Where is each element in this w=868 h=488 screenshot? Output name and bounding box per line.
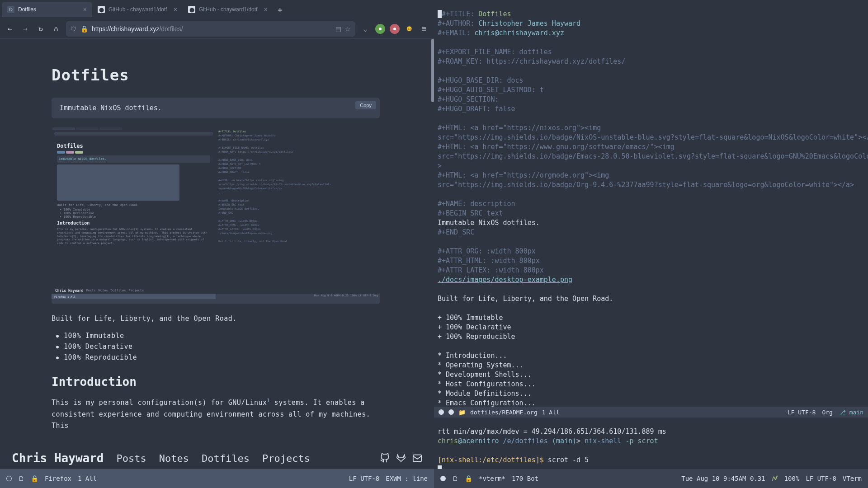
screenshot-image: Dotfiles Immutable NixOS dotfiles. Built… — [52, 127, 380, 304]
browser-pane: D Dotfiles × ⬤ GitHub - chayward1/dotf ×… — [0, 0, 434, 488]
battery-icon: 🗲 — [772, 475, 778, 482]
thumb-nav-item: Dotfiles — [111, 289, 126, 292]
list-item: 100% Reproducible — [56, 353, 380, 361]
thumb-para: This is my personal configuration for GN… — [57, 227, 210, 245]
code-text: Immutable NixOS dotfiles. — [60, 104, 162, 112]
major-mode: EXWM : line — [386, 475, 428, 482]
nav-link-projects[interactable]: Projects — [262, 453, 310, 464]
clock: Tue Aug 10 9:45AM 0.31 — [681, 475, 765, 482]
battery-pct: 100% — [784, 475, 800, 482]
lock-icon: 🔒 — [465, 475, 472, 482]
list-item: 100% Declarative — [56, 343, 380, 351]
buffer-pos: 170 Bot — [512, 475, 538, 482]
status-dot-icon — [448, 409, 454, 415]
thumb-org: #+TITLE: Dotfiles #+AUTHOR: Christopher … — [216, 127, 380, 246]
buffer-name: dotfiles/README.org — [470, 408, 538, 417]
terminal[interactable]: rtt min/avg/max/mdev = 49.294/186.651/36… — [434, 418, 868, 469]
svg-rect-0 — [413, 455, 421, 462]
major-mode: Org — [822, 408, 832, 417]
buffer-pos: 1 All — [78, 475, 97, 482]
back-icon[interactable]: ← — [5, 23, 15, 34]
github-icon: ⬤ — [98, 6, 105, 13]
page-body: Dotfiles Immutable NixOS dotfiles. Copy … — [0, 39, 431, 438]
lock-icon: 🔒 — [31, 475, 38, 482]
file-icon: 🗋 — [452, 475, 458, 482]
extension-green-icon[interactable]: ● — [375, 24, 385, 34]
thumb-heading: Dotfiles — [57, 143, 210, 149]
lock-icon: 🔒 — [80, 25, 88, 33]
status-dot-icon — [6, 476, 12, 481]
tagline: Built for Life, Liberty, and the Open Ro… — [52, 314, 380, 323]
pocket-icon[interactable]: ⌄ — [360, 23, 371, 34]
close-icon[interactable]: × — [83, 6, 87, 13]
modeline-left: 🗋 🔒 Firefox 1 All LF UTF-8 EXWM : line — [0, 469, 434, 488]
reader-icon[interactable]: ▤ — [335, 25, 341, 33]
extension-orange-icon[interactable]: 😊 — [404, 24, 414, 34]
ublock-icon[interactable]: ● — [390, 24, 400, 34]
thumb-status: Firefox 1 All — [54, 295, 75, 298]
tab-github-2[interactable]: ⬤ GitHub - chayward1/dotf × — [183, 2, 273, 17]
shield-icon[interactable]: 🛡 — [71, 25, 77, 33]
tab-label: GitHub - chayward1/dotf — [199, 6, 257, 13]
thumb-nav-item: Projects — [129, 289, 144, 292]
editor-buffer[interactable]: #+TITLE: Dotfiles #+AUTHOR: Christopher … — [434, 0, 868, 407]
nav-link-posts[interactable]: Posts — [117, 453, 146, 464]
thumb-tagline: Built for Life, Liberty, and the Open Ro… — [57, 203, 210, 207]
buffer-name: Firefox — [45, 475, 71, 482]
mail-icon[interactable] — [412, 453, 422, 463]
bookmark-icon[interactable]: ☆ — [345, 25, 351, 33]
tab-dotfiles[interactable]: D Dotfiles × — [2, 2, 92, 17]
thumb-nav-item: Posts — [86, 289, 96, 292]
file-icon: 🗋 — [18, 475, 24, 482]
forward-icon[interactable]: → — [20, 23, 31, 34]
nav-link-notes[interactable]: Notes — [159, 453, 189, 464]
close-icon[interactable]: × — [264, 6, 268, 13]
list-item: 100% Immutable — [56, 332, 380, 340]
folder-icon: 📁 — [458, 408, 466, 417]
url-text: https://chrishayward.xyz/dotfiles/ — [92, 25, 332, 33]
thumb-snippet: Immutable NixOS dotfiles. — [57, 155, 210, 163]
tab-label: Dotfiles — [18, 6, 36, 13]
nav-bar: ← → ↻ ⌂ 🛡 🔒 https://chrishayward.xyz/dot… — [0, 19, 434, 39]
thumb-status: Mon Aug 9 6:40PM 0.23 100% LF UTF-8 Org — [314, 294, 380, 297]
section-heading: Introduction — [52, 375, 380, 389]
buffer-pos: 1 All — [542, 408, 560, 417]
github-icon[interactable] — [380, 453, 390, 463]
modeline-right: 🗋 🔒 *vterm* 170 Bot Tue Aug 10 9:45AM 0.… — [434, 469, 868, 488]
encoding: LF UTF-8 — [788, 408, 816, 417]
editor-modeline: 📁 dotfiles/README.org 1 All LF UTF-8 Org… — [434, 407, 868, 418]
tab-bar: D Dotfiles × ⬤ GitHub - chayward1/dotf ×… — [0, 0, 434, 19]
major-mode: VTerm — [843, 475, 862, 482]
new-tab-button[interactable]: + — [273, 5, 287, 14]
github-icon: ⬤ — [188, 6, 195, 13]
favicon-icon: D — [7, 6, 14, 13]
url-bar[interactable]: 🛡 🔒 https://chrishayward.xyz/dotfiles/ ▤… — [66, 21, 355, 37]
tab-label: GitHub - chayward1/dotf — [108, 6, 167, 13]
thumb-bullet: • 100% Declarative — [60, 211, 210, 215]
nav-link-dotfiles[interactable]: Dotfiles — [202, 453, 250, 464]
copy-button[interactable]: Copy — [355, 101, 376, 109]
buffer-name: *vterm* — [479, 475, 505, 482]
tab-github-1[interactable]: ⬤ GitHub - chayward1/dotf × — [92, 2, 183, 17]
encoding: LF UTF-8 — [806, 475, 836, 482]
thumb-nav-item: Notes — [99, 289, 108, 292]
thumb-intro: Introduction — [57, 221, 210, 225]
thumb-bullet: • 100% Reproducible — [60, 215, 210, 219]
git-branch: ⎇ main — [839, 408, 863, 417]
close-icon[interactable]: × — [174, 6, 177, 13]
site-nav: Chris Hayward Posts Notes Dotfiles Proje… — [0, 447, 434, 469]
status-dot-icon — [439, 409, 444, 415]
reload-icon[interactable]: ↻ — [35, 23, 46, 34]
thumb-nav-name: Chris Hayward — [55, 289, 84, 293]
gitlab-icon[interactable] — [396, 453, 406, 463]
code-block: Immutable NixOS dotfiles. Copy — [52, 98, 380, 118]
editor-pane: #+TITLE: Dotfiles #+AUTHOR: Christopher … — [434, 0, 868, 488]
feature-list: 100% Immutable 100% Declarative 100% Rep… — [52, 332, 380, 361]
thumb-bullet: • 100% Immutable — [60, 208, 210, 211]
body-paragraph: This is my personal configuration(s) for… — [52, 397, 380, 432]
home-icon[interactable]: ⌂ — [51, 23, 61, 34]
page-title: Dotfiles — [52, 66, 380, 84]
site-name[interactable]: Chris Hayward — [12, 451, 104, 465]
menu-icon[interactable]: ≡ — [419, 23, 429, 34]
encoding: LF UTF-8 — [349, 475, 379, 482]
